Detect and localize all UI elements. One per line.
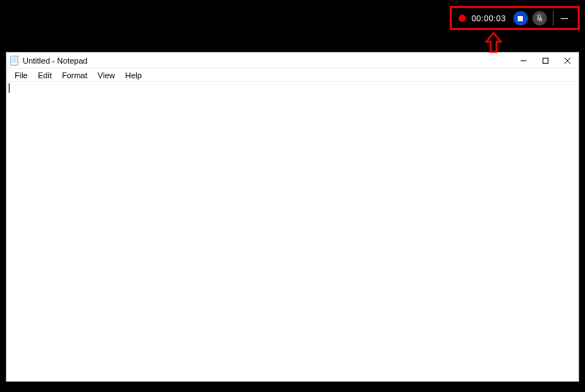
maximize-icon: [542, 57, 549, 64]
menu-edit[interactable]: Edit: [33, 70, 57, 80]
minimize-icon: [520, 57, 527, 64]
notepad-app-icon: [10, 56, 20, 66]
menu-format[interactable]: Format: [57, 70, 93, 80]
window-controls: [513, 53, 578, 68]
close-icon: [564, 57, 571, 64]
minimize-button[interactable]: [513, 53, 535, 68]
menubar: File Edit Format View Help: [7, 69, 578, 82]
maximize-button[interactable]: [535, 53, 556, 68]
menu-file[interactable]: File: [10, 70, 33, 80]
annotation-arrow-up-icon: [485, 31, 502, 53]
notepad-window: Untitled - Notepad File Edit Format View…: [6, 52, 579, 382]
titlebar[interactable]: Untitled - Notepad: [7, 53, 578, 69]
close-button[interactable]: [556, 53, 578, 68]
text-editor-area[interactable]: [7, 82, 578, 381]
menu-help[interactable]: Help: [120, 70, 147, 80]
text-cursor: [9, 83, 10, 93]
menu-view[interactable]: View: [93, 70, 121, 80]
window-title: Untitled - Notepad: [23, 56, 513, 65]
svg-rect-8: [543, 58, 548, 63]
annotation-highlight-box: [450, 6, 580, 30]
